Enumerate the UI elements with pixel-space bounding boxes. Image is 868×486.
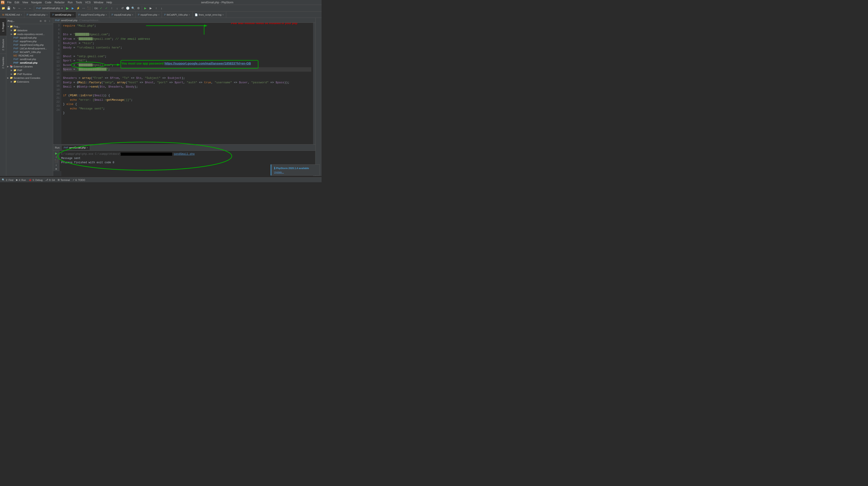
code-line-23: } [63, 111, 311, 115]
editor-area: PHP sendGmail.php C:\xampp\htdocs\... 3 … [53, 18, 315, 176]
tree-phpruntime[interactable]: ▶ 📁 PHP Runtime [6, 72, 53, 76]
tab-libcal[interactable]: P libCalAPI_Utils.php × [162, 12, 192, 18]
run-sidebar: ▶ ↑ ⬛ ↓ ≡ ⊞ 📌 🖨 🗑 [53, 151, 59, 171]
code-line-11: $port = "587"; [63, 59, 311, 63]
tab-equipfinesconfig[interactable]: P equipFinesConfig.php × [76, 12, 110, 18]
status-run[interactable]: ▶4: Run [16, 178, 26, 181]
menu-view[interactable]: View [21, 0, 29, 4]
menu-refactor[interactable]: Refactor [53, 0, 66, 4]
menu-help[interactable]: Help [105, 0, 114, 4]
tree-readme[interactable]: MD README.md [6, 54, 53, 57]
status-terminal[interactable]: ⊞Terminal [58, 178, 70, 181]
settings-btn[interactable]: ⚙ [136, 6, 141, 11]
git-history-btn[interactable]: 🕐 [125, 6, 130, 11]
tree-libcalutils[interactable]: PHP libCalAPI_Utils.php [6, 50, 53, 54]
tree-extensions[interactable]: ▶ 📁 Extensions [6, 80, 53, 84]
run-scroll-down-btn[interactable]: ↓ [54, 163, 59, 166]
notification-update-link[interactable]: Update... [274, 171, 284, 174]
status-debug[interactable]: 🐞5: Debug [29, 178, 43, 181]
tree-datastore[interactable]: ▶ 📁 datastore [6, 28, 53, 32]
search-btn[interactable]: 🔍 [131, 6, 135, 11]
tree-libcal[interactable]: PHP LibCal-AlmaEquipment... [6, 47, 53, 50]
tab-icon-php2: P [52, 13, 54, 16]
git-push-btn[interactable]: ↑ [109, 6, 114, 11]
tree-scratches[interactable]: ▶ 📁 Scratches and Consoles [6, 76, 53, 80]
debug2-btn[interactable]: ▶ [148, 6, 153, 11]
run-file-link[interactable]: sendGmail.php [174, 153, 195, 156]
menu-tools[interactable]: Tools [74, 0, 83, 4]
run-restart-btn[interactable]: ▶ [54, 152, 59, 155]
menu-run[interactable]: Run [66, 0, 74, 4]
status-todo[interactable]: ✓6: TODO [72, 178, 85, 181]
nav1-btn[interactable]: ↑ [154, 6, 159, 11]
git-check2-btn[interactable]: ✓ [104, 6, 109, 11]
nav2-btn[interactable]: ↓ [159, 6, 164, 11]
tab-sendgmail[interactable]: P sendGmail.php × [50, 11, 76, 18]
tree-equipemail[interactable]: PHP equipEmail.php [6, 36, 53, 39]
side-tab-project[interactable]: 1: Project [0, 18, 6, 36]
run-settings-btn[interactable]: ≡ [54, 167, 59, 171]
menu-window[interactable]: Window [92, 0, 105, 4]
menu-vcs[interactable]: VCS [84, 0, 92, 4]
status-git[interactable]: ⎇9: Git [45, 178, 55, 181]
panel-locate-btn[interactable]: ⊕ [39, 19, 43, 23]
tab-close-readme[interactable]: × [21, 13, 22, 16]
tab-close-fineslog[interactable]: × [222, 13, 224, 16]
side-tab-favorites[interactable]: 2: Favorites [0, 54, 6, 71]
refresh-btn[interactable]: ↻ [11, 6, 17, 11]
git-revert-btn[interactable]: ↺ [120, 6, 125, 11]
status-find[interactable]: 🔍2: Find [2, 178, 13, 181]
run-button[interactable]: ▶ [65, 6, 70, 11]
run-stop-btn[interactable]: ⬛ [54, 159, 59, 162]
tab-equipfines[interactable]: P equipFines.php × [136, 12, 162, 18]
run-config-dropdown[interactable]: PHP sendGmail.php ▼ [35, 6, 65, 11]
tree-external-libs[interactable]: ▶ 📚 External Libraries [6, 65, 53, 68]
panel-gear-btn[interactable]: ⚙ [43, 19, 47, 23]
coverage-btn[interactable]: ⚡ [76, 6, 81, 11]
window-title: sendGmail.php - PhpStorm [114, 1, 321, 4]
menu-code[interactable]: Code [43, 0, 53, 4]
menu-navigate[interactable]: Navigate [30, 0, 43, 4]
tab-close-equipfinesconfig[interactable]: × [105, 13, 107, 16]
menu-edit[interactable]: Edit [13, 0, 21, 4]
tab-close-libcal[interactable]: × [189, 13, 190, 16]
tree-php[interactable]: ▶ 📁 PHP [6, 68, 53, 72]
tab-readme[interactable]: M README.md × [0, 12, 24, 18]
run-tab-sendgmail[interactable]: PHP sendGmail.php × [62, 145, 90, 150]
tab-equipemail[interactable]: P equipEmail.php × [110, 12, 136, 18]
tree-root[interactable]: ▼ 📁 Proj... [6, 25, 53, 28]
tab-fineslog[interactable]: 📄 fines_script_error.log × [192, 12, 226, 18]
run2-btn[interactable]: ▶ [143, 6, 148, 11]
back-btn[interactable]: ← [17, 6, 22, 11]
equipfines-icon: PHP [13, 40, 19, 43]
status-bar: 🔍2: Find ▶4: Run 🐞5: Debug ⎇9: Git ⊞Term… [0, 177, 321, 182]
save-btn[interactable]: 💾 [6, 6, 11, 11]
tab-close-sendgmail[interactable]: × [72, 13, 74, 16]
git-check-btn[interactable]: ✓ [98, 6, 103, 11]
tab-sendemail[interactable]: P sendEmail.php × [24, 12, 50, 18]
tab-close-sendemail[interactable]: × [46, 13, 48, 16]
tab-close-equipfines[interactable]: × [158, 13, 159, 16]
tab-close-equipemail[interactable]: × [132, 13, 133, 16]
debug-btn[interactable]: ▶ [70, 6, 75, 11]
tree-sendgmail[interactable]: PHP sendGmail.php [6, 61, 53, 65]
code-line-22: echo "Message sent"; [63, 107, 311, 111]
tree-equipfines[interactable]: PHP equipFines.php [6, 39, 53, 43]
side-tab-structure[interactable]: 2: Structure [0, 36, 6, 54]
open-btn[interactable]: 📁 [1, 6, 6, 11]
stop-btn[interactable]: ⬛ [86, 6, 91, 11]
panel-expand-btn[interactable]: ↕ [48, 19, 52, 23]
forward-btn[interactable]: → [22, 6, 27, 11]
tree-equipfinesconfig[interactable]: PHP equipFinesConfig.php [6, 43, 53, 47]
menu-file[interactable]: File [6, 0, 13, 4]
tab-label-fineslog: fines_script_error.log [199, 13, 221, 16]
libcalutils-icon: PHP [13, 51, 19, 53]
root-folder-icon: 📁 [10, 25, 13, 28]
tree-mods[interactable]: ▶ 📁 mods-repository-record... [6, 32, 53, 36]
more-btn[interactable]: ⋯ [81, 6, 86, 11]
run-scroll-up-btn[interactable]: ↑ [54, 155, 59, 159]
back2-btn[interactable]: ← [28, 6, 33, 11]
run-tab-close[interactable]: × [87, 147, 88, 149]
tree-sendemail[interactable]: PHP sendEmail.php [6, 57, 53, 61]
git-pull-btn[interactable]: ↓ [115, 6, 120, 11]
